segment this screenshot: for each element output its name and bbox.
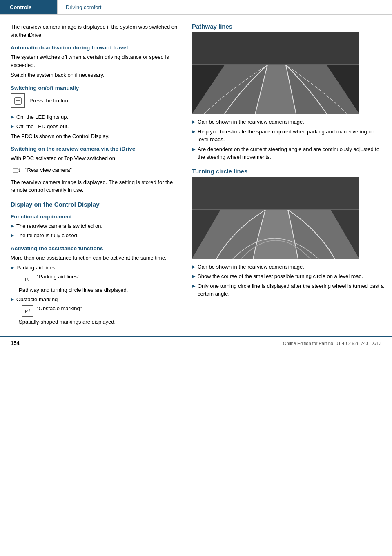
rear-camera-menu-row: "Rear view camera" <box>11 165 180 176</box>
arrow-icon-4: ▶ <box>11 232 14 239</box>
bullet-obstacle: ▶ Obstacle marking <box>11 296 180 304</box>
bullet-tailgate-text: The tailgate is fully closed. <box>16 231 78 240</box>
intro-paragraph: The rearview camera image is displayed i… <box>11 23 180 39</box>
rear-camera-icon <box>11 165 22 176</box>
turning-svg <box>192 177 359 259</box>
pdc-text: The PDC is shown on the Control Display. <box>11 132 180 140</box>
main-content: The rearview camera image is displayed i… <box>0 15 392 327</box>
bullet-camera-on: ▶ The rearview camera is switched on. <box>11 222 180 230</box>
svg-text:/: / <box>28 278 29 282</box>
header-controls-tab[interactable]: Controls <box>0 0 57 14</box>
section-display-heading: Display on the Control Display <box>11 201 180 208</box>
parking-aid-desc: Pathway and turning circle lines are dis… <box>19 286 180 294</box>
parking-aid-svg: P / <box>24 276 31 283</box>
page-header: Controls Driving comfort <box>0 0 392 15</box>
arrow-icon-3: ▶ <box>11 222 14 229</box>
pathway-bullet-2-text: Help you to estimate the space required … <box>198 128 384 144</box>
bullet-led-off: ▶ Off: the LED goes out. <box>11 122 180 131</box>
footer-copyright: Online Edition for Part no. 01 40 2 926 … <box>283 341 381 346</box>
button-icon <box>11 93 25 108</box>
pathway-bullet-1-text: Can be shown in the rearview camera imag… <box>198 118 304 126</box>
rear-camera-menu-text: "Rear view camera" <box>25 167 72 173</box>
bullet-tailgate: ▶ The tailgate is fully closed. <box>11 231 180 240</box>
parking-aid-icon-row: P / "Parking aid lines" <box>16 274 180 285</box>
section-functional-req-heading: Functional requirement <box>11 214 180 220</box>
turning-bullet-1-text: Can be shown in the rearview camera imag… <box>198 263 304 271</box>
bullet-led-on: ▶ On: the LED lights up. <box>11 113 180 121</box>
section-assistance-heading: Activating the assistance functions <box>11 245 180 251</box>
bullet-led-off-text: Off: the LED goes out. <box>16 122 69 131</box>
arrow-icon-11: ▶ <box>192 273 195 280</box>
arrow-icon-8: ▶ <box>192 128 195 135</box>
press-button-text: Press the button. <box>29 97 69 105</box>
controls-label: Controls <box>10 4 31 10</box>
arrow-icon-10: ▶ <box>192 263 195 270</box>
pathway-svg <box>192 32 359 114</box>
obstacle-desc: Spatially-shaped markings are displayed. <box>19 318 180 326</box>
obstacle-icon: P ↑ <box>22 305 33 317</box>
pathway-bullet-3-text: Are dependent on the current steering an… <box>198 145 384 161</box>
auto-deact-para1: The system switches off when a certain d… <box>11 53 180 69</box>
turning-bullet-3: ▶ Only one turning circle line is displa… <box>192 282 384 298</box>
idrive-intro: With PDC activated or Top View switched … <box>11 154 180 162</box>
pathway-bullet-1: ▶ Can be shown in the rearview camera im… <box>192 118 384 126</box>
turning-circle-image <box>192 177 359 259</box>
auto-deact-para2: Switch the system back on if necessary. <box>11 71 180 79</box>
obstacle-svg: P ↑ <box>24 307 31 315</box>
page-number: 154 <box>11 340 20 346</box>
section-auto-deactivation-heading: Automatic deactivation during forward tr… <box>11 44 180 51</box>
section-turning-heading: Turning circle lines <box>192 168 384 175</box>
parking-aid-menu-text: "Parking aid lines" <box>37 274 80 280</box>
section-pathway-heading: Pathway lines <box>192 23 384 30</box>
arrow-icon-5: ▶ <box>11 264 14 271</box>
bullet-parking-aid: ▶ Parking aid lines <box>11 264 180 272</box>
arrow-icon-12: ▶ <box>192 282 195 289</box>
obstacle-menu-text: "Obstacle marking" <box>37 305 82 311</box>
press-button-row: Press the button. <box>11 93 180 111</box>
turning-bullet-2-text: Show the course of the smallest possible… <box>198 272 363 280</box>
svg-text:P: P <box>25 309 28 314</box>
arrow-icon-2: ▶ <box>11 123 14 130</box>
svg-rect-3 <box>13 169 18 172</box>
button-icon-svg <box>14 97 22 105</box>
idrive-para: The rearview camera image is displayed. … <box>11 178 180 194</box>
right-column: Pathway lines <box>188 23 392 327</box>
pathway-bullet-2: ▶ Help you to estimate the space require… <box>192 128 384 144</box>
obstacle-label: Obstacle marking <box>16 296 58 304</box>
bullet-led-on-text: On: the LED lights up. <box>16 113 68 121</box>
svg-rect-14 <box>192 32 359 65</box>
rear-camera-svg <box>13 167 20 173</box>
arrow-icon-7: ▶ <box>192 118 195 125</box>
arrow-icon-9: ▶ <box>192 146 195 153</box>
left-column: The rearview camera image is displayed i… <box>0 23 188 327</box>
pathway-lines-image <box>192 32 359 114</box>
driving-comfort-label: Driving comfort <box>66 4 101 10</box>
header-driving-tab[interactable]: Driving comfort <box>58 0 109 14</box>
turning-bullet-1: ▶ Can be shown in the rearview camera im… <box>192 263 384 271</box>
section-switching-manual-heading: Switching on/off manually <box>11 85 180 91</box>
svg-text:↑: ↑ <box>29 308 31 312</box>
section-idrive-heading: Switching on the rearview camera via the… <box>11 146 180 152</box>
svg-text:P: P <box>25 277 28 282</box>
pathway-bullet-3: ▶ Are dependent on the current steering … <box>192 145 384 161</box>
arrow-icon-6: ▶ <box>11 296 14 303</box>
parking-aid-label: Parking aid lines <box>16 264 55 272</box>
obstacle-icon-row: P ↑ "Obstacle marking" <box>16 305 180 317</box>
bullet-camera-on-text: The rearview camera is switched on. <box>16 222 102 230</box>
parking-aid-icon: P / <box>22 274 33 285</box>
turning-bullet-3-text: Only one turning circle line is displaye… <box>198 282 384 298</box>
arrow-icon-1: ▶ <box>11 113 14 120</box>
assistance-intro: More than one assistance function can be… <box>11 254 180 262</box>
svg-rect-19 <box>192 177 359 210</box>
page-footer: 154 Online Edition for Part no. 01 40 2 … <box>0 336 392 349</box>
turning-bullet-2: ▶ Show the course of the smallest possib… <box>192 272 384 280</box>
